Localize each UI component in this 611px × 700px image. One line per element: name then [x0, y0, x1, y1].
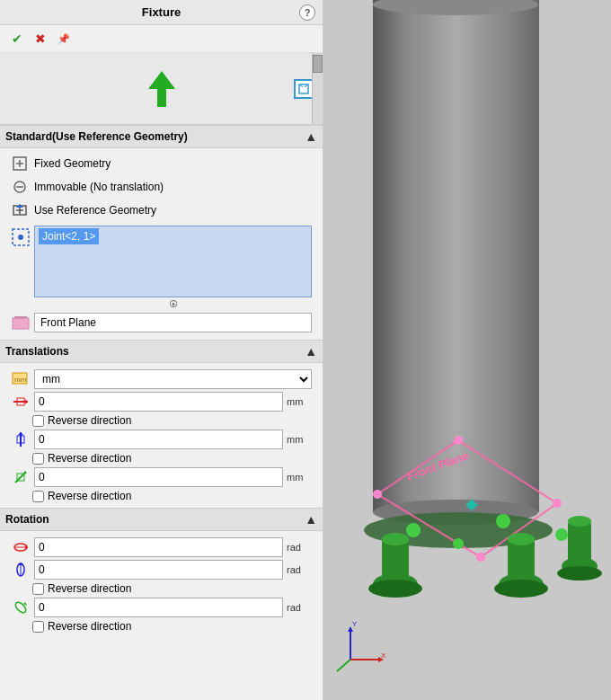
toolbar: ✔ ✖ 📌	[0, 25, 323, 53]
translation-z-input[interactable]	[34, 467, 283, 487]
svg-point-63	[555, 528, 568, 541]
axis-arrows: Y X	[332, 619, 386, 673]
unit-dropdown-row: mm mm cm m in	[11, 369, 312, 389]
svg-line-78	[337, 660, 350, 671]
svg-rect-15	[13, 318, 29, 329]
preview-icon	[139, 66, 184, 111]
rotation-y-unit: rad	[287, 564, 312, 575]
translations-section-toggle[interactable]: ▲	[305, 344, 317, 359]
translations-section-title: Translations	[5, 345, 69, 358]
translation-z-reverse-checkbox[interactable]	[32, 491, 44, 502]
svg-point-57	[568, 516, 591, 527]
rotation-y-input[interactable]	[34, 560, 283, 580]
svg-point-44	[553, 499, 562, 508]
svg-point-64	[453, 538, 464, 549]
svg-rect-56	[568, 521, 591, 570]
use-reference-option[interactable]: Use Reference Geometry	[5, 199, 317, 222]
translation-x-reverse-checkbox[interactable]	[32, 415, 44, 427]
rotation-z-reverse-label: Reverse direction	[48, 620, 131, 633]
svg-point-34	[13, 600, 28, 615]
viewport[interactable]: Y X Front Plane Y X	[323, 0, 611, 700]
selection-list-container: Joint<2, 1> ⦿	[34, 226, 312, 309]
standard-section-content: Fixed Geometry Immovable (No translation…	[0, 148, 323, 340]
svg-point-14	[18, 235, 23, 240]
use-reference-icon	[11, 201, 29, 219]
standard-section-header[interactable]: Standard(Use Reference Geometry) ▲	[0, 125, 323, 148]
translation-input-row-1: mm	[11, 392, 312, 412]
translation-z-reverse-label: Reverse direction	[48, 490, 131, 502]
svg-point-51	[382, 533, 409, 545]
immovable-option[interactable]: Immovable (No translation)	[5, 175, 317, 199]
rotation-y-icon	[11, 560, 31, 580]
selection-list[interactable]: Joint<2, 1>	[34, 226, 312, 297]
translation-y-reverse-label: Reverse direction	[48, 452, 131, 465]
translation-y-reverse-row: Reverse direction	[32, 452, 312, 465]
translation-y-reverse-checkbox[interactable]	[32, 453, 44, 465]
selection-area: Joint<2, 1> ⦿	[11, 226, 312, 309]
translation-y-unit: mm	[287, 434, 312, 445]
rotation-section-toggle[interactable]: ▲	[305, 512, 317, 527]
unit-select[interactable]: mm cm m in	[34, 369, 312, 389]
translations-section-content: mm mm cm m in mm Reve	[0, 363, 323, 508]
selection-icon	[11, 227, 31, 247]
cancel-button[interactable]: ✖	[31, 29, 50, 49]
rotation-section-title: Rotation	[5, 513, 49, 526]
unit-icon: mm	[11, 369, 31, 389]
svg-marker-0	[148, 71, 175, 107]
rotation-x-input[interactable]	[34, 537, 283, 557]
preview-area	[0, 53, 323, 125]
translation-z-unit: mm	[287, 472, 312, 483]
panel-title: Fixture	[23, 5, 299, 19]
use-reference-label: Use Reference Geometry	[34, 204, 156, 217]
svg-point-62	[496, 514, 510, 528]
svg-text:X: X	[381, 651, 386, 660]
selection-item[interactable]: Joint<2, 1>	[39, 228, 99, 244]
svg-marker-23	[18, 432, 23, 435]
view-button[interactable]	[294, 79, 314, 99]
fixed-geometry-label: Fixed Geometry	[34, 157, 111, 170]
translation-x-reverse-label: Reverse direction	[48, 414, 131, 427]
translation-x-icon	[11, 392, 31, 412]
translation-x-unit: mm	[287, 396, 312, 407]
svg-marker-20	[25, 399, 28, 404]
translation-input-row-3: mm	[11, 467, 312, 487]
translation-y-icon	[11, 430, 31, 449]
plane-name-box[interactable]: Front Plane	[34, 313, 312, 332]
svg-point-42	[373, 490, 382, 499]
svg-rect-16	[14, 316, 27, 318]
plane-icon	[11, 313, 31, 332]
fixed-geometry-option[interactable]: Fixed Geometry	[5, 152, 317, 175]
panel-header: Fixture ?	[0, 0, 323, 25]
svg-point-60	[557, 566, 602, 580]
translation-input-row-2: mm	[11, 430, 312, 449]
standard-section-toggle[interactable]: ▲	[305, 129, 317, 144]
svg-point-54	[508, 533, 535, 545]
svg-text:Y: Y	[352, 620, 358, 628]
pin-button[interactable]: 📌	[54, 29, 74, 49]
rotation-section-header[interactable]: Rotation ▲	[0, 508, 323, 531]
svg-point-45	[476, 553, 485, 562]
confirm-button[interactable]: ✔	[7, 29, 27, 49]
translation-x-input[interactable]	[34, 392, 283, 412]
fixed-geometry-icon	[11, 155, 29, 173]
rotation-y-reverse-label: Reverse direction	[48, 582, 131, 595]
rotation-z-reverse-checkbox[interactable]	[32, 621, 44, 633]
translation-z-icon	[11, 467, 31, 487]
preview-scrollbar[interactable]	[312, 53, 323, 124]
rotation-z-input[interactable]	[34, 598, 283, 617]
svg-point-59	[494, 580, 548, 598]
view-icon	[297, 83, 310, 95]
help-button[interactable]: ?	[299, 4, 315, 21]
svg-point-61	[406, 523, 421, 537]
svg-rect-37	[373, 0, 539, 512]
immovable-icon	[11, 178, 29, 196]
translation-y-input[interactable]	[34, 430, 283, 449]
rotation-z-icon	[11, 598, 31, 617]
plane-row: Front Plane	[11, 313, 312, 332]
rotation-y-reverse-checkbox[interactable]	[32, 583, 44, 595]
rotation-z-unit: rad	[287, 602, 312, 613]
viewport-svg: Y X Front Plane	[323, 0, 611, 700]
immovable-label: Immovable (No translation)	[34, 181, 164, 193]
translations-section-header[interactable]: Translations ▲	[0, 340, 323, 363]
svg-point-58	[368, 580, 422, 598]
